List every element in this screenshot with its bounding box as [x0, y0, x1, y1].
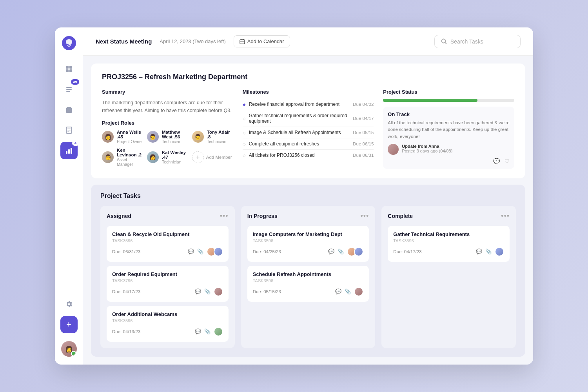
task-avatars-webcams	[214, 327, 223, 336]
add-to-calendar-button[interactable]: Add to Calendar	[234, 35, 290, 47]
role-name-kat: Kat Wesley .47	[162, 150, 188, 160]
svg-rect-9	[67, 129, 71, 129]
task-due-image: Due: 04/25/23	[253, 249, 325, 254]
task-id-gather: TASK3596	[393, 238, 504, 243]
sidebar: 39 4	[55, 27, 83, 365]
task-due-clean: Due: 06/31/23	[112, 249, 185, 254]
task-card-webcams: Order Additional Webcams TASK3596 Due: 0…	[107, 306, 229, 342]
search-box[interactable]: Search Tasks	[434, 35, 521, 48]
status-update: Update from Anna Posted 3 days ago (04/0…	[388, 144, 510, 155]
complete-menu[interactable]: •••	[501, 212, 510, 220]
role-ken: 👨 Ken Levinson .2 Asset Manager	[102, 148, 143, 167]
role-avatar-anna: 👩	[102, 131, 114, 143]
comment-icon-clean[interactable]: 💬	[188, 249, 194, 254]
search-placeholder: Search Tasks	[450, 38, 483, 45]
role-title-kat: Technician	[162, 160, 188, 164]
attach-icon-order[interactable]: 📎	[204, 289, 211, 294]
svg-rect-12	[66, 151, 67, 154]
milestone-icon-3: ◇	[243, 131, 246, 135]
role-avatar-ken: 👨	[102, 151, 114, 163]
task-card-clean: Clean & Recycle Old Equipment TASK3596 D…	[107, 226, 229, 262]
attach-icon-schedule[interactable]: 📎	[345, 289, 351, 294]
status-card: On Track All of the technical requiremen…	[383, 107, 514, 169]
update-date: Posted 3 days ago (04/08)	[402, 149, 452, 153]
update-avatar	[388, 144, 399, 155]
role-title-anna: Project Owner	[117, 139, 143, 144]
attach-icon-clean[interactable]: 📎	[197, 249, 203, 254]
add-member-button[interactable]: + Add Member	[192, 148, 233, 167]
summary-label: Summary	[102, 89, 233, 95]
sidebar-item-projects[interactable]	[60, 101, 78, 118]
attach-icon-image[interactable]: 📎	[338, 249, 344, 254]
milestones-column: Milestones ◆ Receive financial approval …	[243, 89, 374, 169]
sidebar-item-dashboard[interactable]	[60, 60, 78, 78]
svg-rect-14	[71, 148, 72, 154]
svg-rect-1	[66, 66, 69, 69]
tasks-columns: Assigned ••• Clean & Recycle Old Equipme…	[100, 206, 516, 348]
update-text: Update from Anna Posted 3 days ago (04/0…	[402, 144, 452, 153]
task-due-schedule: Due: 05/15/23	[253, 289, 332, 294]
task-card-image: Image Computers for Marketing Dept TASK3…	[247, 226, 369, 262]
tasks-title: Project Tasks	[100, 192, 516, 200]
svg-rect-4	[69, 69, 72, 72]
svg-rect-11	[67, 131, 69, 132]
comment-icon-order[interactable]: 💬	[195, 289, 201, 294]
role-tony: 👨 Tony Adair .8 Technician	[192, 130, 233, 144]
svg-rect-7	[66, 91, 70, 92]
status-on-track: On Track	[388, 111, 510, 117]
search-icon	[441, 38, 447, 45]
sidebar-item-tasks[interactable]: 39	[60, 81, 78, 98]
milestone-icon-5: ◇	[243, 153, 246, 158]
sidebar-item-settings[interactable]	[60, 296, 78, 313]
svg-rect-13	[68, 149, 70, 154]
role-name-ken: Ken Levinson .2	[117, 148, 143, 157]
app-logo[interactable]	[61, 35, 77, 51]
task-name-webcams: Order Additional Webcams	[112, 311, 223, 317]
task-name-order-equip: Order Required Equipment	[112, 271, 223, 277]
comment-icon[interactable]: 💬	[493, 158, 500, 164]
task-column-complete: Complete ••• Gather Technical Requiremen…	[381, 206, 516, 348]
next-meeting-label: Next Status Meeting	[96, 38, 152, 45]
role-kat: 👩 Kat Wesley .47 Technician	[147, 148, 188, 167]
assigned-menu[interactable]: •••	[220, 212, 229, 220]
add-calendar-label: Add to Calendar	[247, 38, 284, 44]
milestone-text-4: Complete all equipment refreshes	[249, 141, 350, 147]
inprogress-menu[interactable]: •••	[360, 212, 369, 220]
attach-icon-gather[interactable]: 📎	[485, 249, 492, 254]
next-meeting-date: April 12, 2023 (Two days left)	[160, 38, 225, 44]
svg-rect-5	[66, 87, 72, 88]
svg-point-16	[442, 39, 446, 43]
task-column-inprogress: In Progress ••• Image Computers for Mark…	[241, 206, 376, 348]
comment-icon-schedule[interactable]: 💬	[335, 289, 341, 294]
sidebar-item-notes[interactable]	[60, 122, 78, 139]
add-button[interactable]: +	[60, 316, 78, 333]
task-avatars-clean	[207, 247, 223, 256]
task-name-gather: Gather Technical Requirements	[393, 231, 504, 237]
milestone-text-5: All tickets for PROJ3256 closed	[249, 152, 350, 158]
task-avatar-image-2	[354, 247, 363, 256]
task-id-webcams: TASK3596	[112, 318, 223, 323]
task-avatar-gather-1	[495, 247, 504, 256]
comment-icon-webcams[interactable]: 💬	[195, 328, 201, 334]
update-author: Update from Anna	[402, 144, 439, 149]
task-card-schedule: Schedule Refresh Appointments TASK3596 D…	[247, 266, 369, 302]
task-card-gather: Gather Technical Requirements TASK3596 D…	[388, 226, 510, 262]
task-id-image: TASK3596	[253, 238, 364, 243]
sidebar-item-reports[interactable]: 4	[60, 142, 78, 159]
task-avatars-schedule	[354, 287, 363, 296]
user-avatar[interactable]: 👩	[61, 341, 77, 357]
svg-rect-3	[66, 69, 69, 72]
task-avatar-schedule-1	[354, 287, 363, 296]
tasks-section: Project Tasks Assigned ••• Clean & Recyc…	[91, 185, 525, 357]
like-icon[interactable]: ♡	[505, 158, 510, 164]
milestone-icon-2: ◇	[243, 116, 246, 121]
roles-grid: 👩 Anna Wells .45 Project Owner 👨 Matthew…	[102, 130, 233, 167]
svg-rect-15	[240, 40, 245, 44]
status-column: Project Status On Track All of the techn…	[383, 89, 514, 169]
project-title: PROJ3256 – Refresh Marketing Department	[102, 73, 514, 81]
comment-icon-gather[interactable]: 💬	[476, 249, 482, 254]
task-due-gather: Due: 04/17/23	[393, 249, 473, 254]
attach-icon-webcams[interactable]: 📎	[204, 328, 211, 334]
comment-icon-image[interactable]: 💬	[328, 249, 334, 254]
svg-rect-10	[67, 130, 71, 131]
